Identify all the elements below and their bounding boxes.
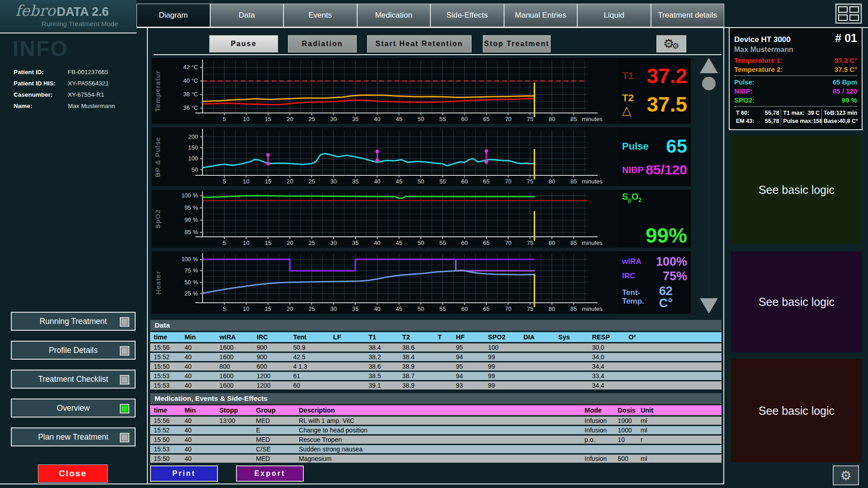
device-vital-value: 85 / 120 (833, 87, 857, 95)
readout-nibp: NIBP85/120 (622, 163, 687, 177)
svg-text:45: 45 (396, 116, 402, 122)
logic-box-label: See basic logic (759, 404, 835, 418)
tab-manual-entries[interactable]: Manual Entries (504, 4, 578, 27)
logic-box-label: See basic logic (759, 183, 835, 197)
patient-info-row: Patient ID HIS:XY-PA5564321 (14, 80, 142, 87)
close-button[interactable]: Close (38, 465, 108, 483)
device-vital-spo2: SPO2:99 % (734, 96, 857, 104)
sidebar-item-label: Profile Details (49, 346, 98, 355)
logic-box-3: See basic logic (731, 359, 862, 462)
tab-events[interactable]: Events (283, 4, 357, 27)
stop-treatment-button[interactable]: Stop Treatment (483, 35, 551, 52)
readout-pulse: Pulse65 (622, 137, 687, 156)
scroll-handle[interactable] (702, 77, 716, 90)
temperature-plot: 42 °C40 °C38 °C36 °C51015202530354045505… (165, 58, 617, 124)
device-stat-pulse-max: Pulse max:158 (781, 117, 821, 125)
table-row: 15:5240EChange to head positionInfusion1… (150, 426, 722, 434)
col-header-unit: Unit (637, 405, 722, 415)
table-row: 15:5040MEDMagnesiumInfusion500ml (150, 455, 722, 463)
t2-value: 37.5 (646, 94, 687, 115)
table-row: 15:5640160090050.938.438.69510030,0 (150, 343, 722, 352)
svg-text:15: 15 (265, 305, 271, 312)
svg-text:75 %: 75 % (184, 267, 198, 274)
action-bar-divider (154, 54, 722, 55)
main-left-border (147, 27, 148, 484)
readout-label-t2: T2△ (622, 93, 634, 116)
status-indicator (120, 317, 129, 327)
svg-text:15: 15 (265, 116, 271, 122)
readout-spo2: SpO299% (622, 192, 687, 246)
tab-medication[interactable]: Medication (357, 4, 431, 27)
readout-label-wira: wIRA (622, 258, 642, 266)
sidebar-item-profile-details[interactable]: Profile Details (11, 341, 136, 360)
svg-text:35: 35 (352, 305, 359, 312)
svg-text:15: 15 (265, 239, 271, 246)
spo2-label: SpO2 (622, 192, 642, 203)
scroll-up-icon[interactable] (700, 58, 718, 73)
sidebar-item-running-treatment[interactable]: Running Treatment (11, 312, 136, 331)
col-header-irc: IRC (253, 332, 290, 342)
col-header-resp: RESP (588, 332, 625, 342)
medication-table-section-table: timeMinStoppGroupDescriptionModeDosisUni… (150, 404, 722, 464)
tab-side-effects[interactable]: Side-Effects (430, 4, 504, 27)
svg-text:42 °C: 42 °C (183, 64, 198, 70)
device-stat-label: ToB: (824, 110, 836, 116)
print-button[interactable]: Print (150, 465, 218, 482)
svg-text:85 %: 85 % (184, 229, 198, 235)
sidebar-item-overview[interactable]: Overview (11, 399, 136, 418)
readout-label-nibp: NIBP (622, 165, 644, 175)
scroll-down-icon[interactable] (700, 298, 718, 314)
patient-info-value: XY-67554-R1 (68, 91, 104, 98)
device-stat-t1-max: T1 max:39 C (781, 109, 821, 117)
sidebar-item-treatment-checklist[interactable]: Treatment Checklist (11, 370, 136, 389)
svg-text:25: 25 (308, 178, 315, 185)
irc-label: IRC (622, 272, 635, 281)
chart-settings-button[interactable]: ⚙ ⚙ (656, 35, 686, 52)
svg-text:10: 10 (243, 178, 249, 185)
svg-text:75: 75 (527, 178, 533, 185)
table-row: 15:5040MEDRescue Tropenp.o.10r (150, 436, 722, 444)
svg-text:30: 30 (330, 305, 337, 312)
tab-liquid[interactable]: Liquid (577, 4, 651, 27)
tab-diagram[interactable]: Diagram (137, 4, 210, 27)
device-stat-label: T1 max: (783, 110, 804, 116)
tent-value: 62 C° (659, 285, 687, 310)
device-vital-value: 37.2 C° (835, 56, 857, 64)
svg-text:5: 5 (223, 116, 226, 122)
radiation-button[interactable]: Radiation (288, 35, 357, 52)
tab-treatment-details[interactable]: Treatment details (651, 4, 725, 27)
svg-text:25: 25 (308, 239, 315, 246)
readout-label-irc: IRC (622, 272, 635, 281)
svg-text:75: 75 (527, 305, 533, 312)
settings-gear-button[interactable]: ⚙ (833, 465, 859, 485)
chart-spo2: SpO2100 %95 %90 %85 %5101520253035404550… (152, 190, 691, 248)
svg-text:35: 35 (352, 178, 359, 185)
device-stat-label: T 60: (736, 110, 749, 116)
col-header-min: Min (181, 405, 216, 415)
info-panel-title: INFO (13, 36, 68, 61)
col-header-spo2: SPO2 (484, 332, 519, 342)
layout-grid-icon[interactable] (835, 4, 862, 23)
start-heat-retention-button[interactable]: Start Heat Retention (367, 35, 472, 52)
chart-heater: Heater100 %75 %50 %25 %51015202530354045… (152, 251, 691, 314)
col-header-dia: DIA (520, 332, 555, 342)
brand-script: febro (15, 2, 56, 19)
device-number: # 01 (835, 32, 857, 45)
device-stat-t-60: T 60:55,78 (734, 109, 781, 117)
svg-text:10: 10 (243, 305, 249, 312)
col-header-lf: LF (330, 332, 365, 342)
logic-box-2: See basic logic (731, 252, 862, 352)
table-row: 15:5240160090042.538.238.4949934,0 (150, 353, 722, 361)
svg-text:60: 60 (461, 178, 467, 185)
svg-text:60: 60 (461, 239, 467, 246)
svg-text:55: 55 (439, 305, 446, 312)
spo2-readout: SpO299% (618, 190, 691, 248)
tab-data[interactable]: Data (210, 4, 284, 27)
pause-button[interactable]: Pause (209, 35, 278, 52)
svg-text:25 %: 25 % (184, 290, 198, 297)
export-button[interactable]: Export (236, 465, 304, 482)
svg-text:50: 50 (418, 178, 424, 185)
svg-text:minutes: minutes (582, 178, 603, 185)
scroll-track[interactable] (708, 93, 710, 296)
sidebar-item-plan-new-treatment[interactable]: Plan new Treatment (11, 427, 136, 446)
